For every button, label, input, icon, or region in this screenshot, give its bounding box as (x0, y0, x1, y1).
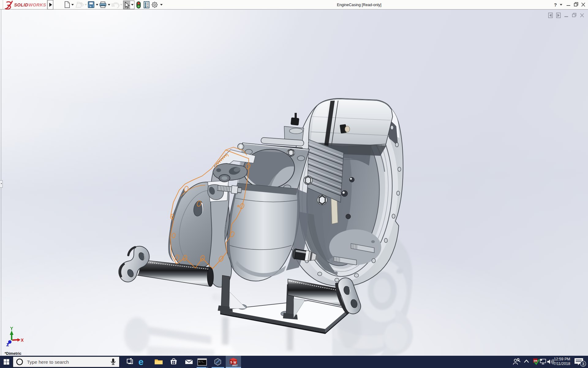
svg-text:S: S (230, 361, 232, 364)
svg-text:?: ? (554, 2, 557, 7)
svg-text:2017: 2017 (232, 364, 238, 367)
svg-text:SOLID: SOLID (14, 2, 28, 7)
svg-text:3: 3 (582, 362, 584, 366)
svg-text:C:\_: C:\_ (199, 361, 205, 363)
svg-text:e: e (138, 357, 144, 367)
svg-text:WORKS: WORKS (28, 2, 46, 7)
svg-text:Type here to search: Type here to search (27, 359, 69, 365)
